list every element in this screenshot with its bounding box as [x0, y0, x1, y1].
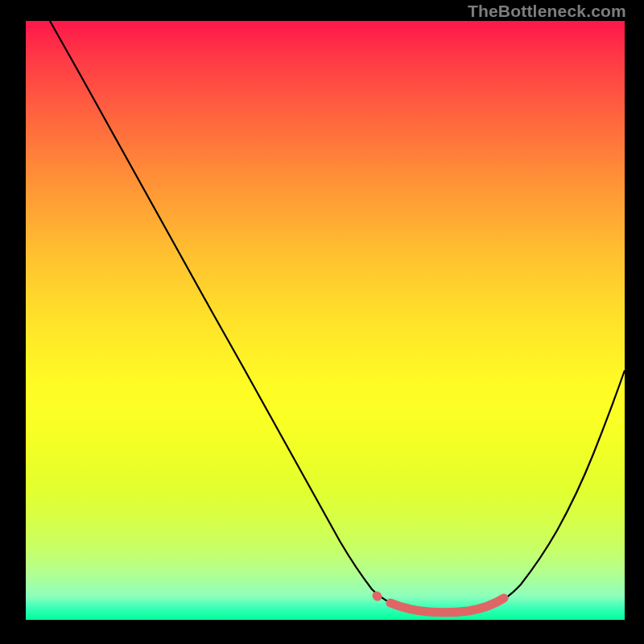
- chart-svg: [26, 21, 625, 620]
- bottleneck-curve-path: [50, 21, 625, 613]
- highlight-dot-left: [377, 596, 378, 597]
- chart-container: [26, 21, 625, 620]
- watermark-text: TheBottleneck.com: [468, 2, 626, 21]
- highlight-segment: [390, 598, 504, 613]
- highlight-group: [377, 596, 504, 613]
